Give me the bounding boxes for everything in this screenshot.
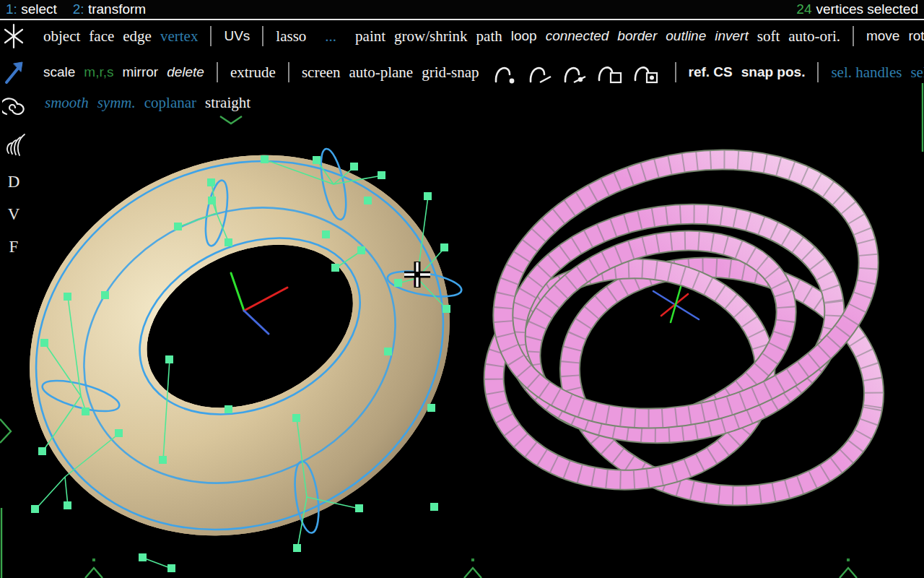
tool-face[interactable]: face: [89, 27, 114, 46]
top-chevron-marker[interactable]: [220, 116, 242, 124]
left-tool-column: D V F: [1, 23, 26, 255]
mode1-number: 1:: [6, 1, 17, 17]
bottom-chevron-1[interactable]: [85, 568, 103, 578]
tool-invert[interactable]: invert: [715, 28, 748, 44]
tool-paint[interactable]: paint: [355, 27, 385, 46]
tool-connected[interactable]: connected: [546, 28, 609, 44]
tool-edge[interactable]: edge: [123, 27, 152, 46]
snap-line-point-icon[interactable]: [560, 60, 588, 85]
axis-indicator-right: [653, 287, 699, 322]
tool-extrude[interactable]: extrude: [230, 64, 276, 82]
snap-line-icon[interactable]: [526, 60, 553, 85]
snap-point-icon[interactable]: [491, 60, 518, 85]
selection-count: 24: [796, 1, 811, 17]
selection-status: vertices selected: [816, 1, 918, 17]
tool-snap-pos[interactable]: snap pos.: [741, 64, 806, 80]
mode-tab-transform[interactable]: 2: transform: [73, 1, 146, 17]
tool-uvs[interactable]: UVs: [224, 28, 250, 44]
toolbar-divider: [853, 26, 854, 46]
tool-coplanar[interactable]: coplanar: [144, 94, 196, 112]
toolbar-row-1: object face edge vertex UVs lasso ... pa…: [43, 26, 924, 46]
left-diamond-marker[interactable]: [0, 419, 11, 443]
tool-sel-vertices[interactable]: sel. vertices: [910, 64, 924, 82]
toolbar-divider: [675, 62, 676, 82]
tool-auto-plane[interactable]: auto-plane: [349, 64, 414, 82]
top-bar: 1: select 2: transform 24 vertices selec…: [0, 0, 924, 20]
tool-ref-cs[interactable]: ref. CS: [689, 64, 733, 80]
tool-sel-handles[interactable]: sel. handles: [831, 64, 902, 82]
mode-tab-select[interactable]: 1: select: [6, 1, 57, 17]
snap-face-icon[interactable]: [595, 60, 624, 85]
toolbar-row-3: smooth symm. coplanar straight: [45, 94, 250, 112]
torus-object[interactable]: [0, 87, 513, 578]
ripple-icon[interactable]: [2, 131, 25, 158]
snap-face-point-icon[interactable]: [631, 60, 660, 85]
tool-move[interactable]: move: [866, 28, 899, 44]
tool-path[interactable]: path: [476, 27, 502, 46]
tool-symm[interactable]: symm.: [97, 94, 136, 112]
tool-lasso[interactable]: lasso: [276, 27, 306, 46]
tool-screen[interactable]: screen: [302, 64, 341, 82]
spiral-icon[interactable]: [2, 95, 25, 121]
tool-rotate[interactable]: rotate: [908, 28, 924, 44]
arrow-icon[interactable]: [2, 59, 25, 85]
tool-mrs[interactable]: m,r,s: [84, 64, 113, 80]
toolbar-divider: [288, 62, 289, 82]
tool-delete[interactable]: delete: [167, 64, 204, 80]
toolbar-divider: [217, 62, 218, 82]
toolbar-row-2: scale m,r,s mirror delete extrude screen…: [43, 60, 924, 85]
mode2-label: transform: [88, 1, 146, 17]
tool-object[interactable]: object: [43, 27, 80, 46]
toolbar-divider: [817, 62, 819, 82]
torus-knot-object[interactable]: [474, 121, 897, 519]
tool-grid-snap[interactable]: grid-snap: [422, 64, 479, 82]
tool-soft[interactable]: soft: [757, 27, 780, 46]
tool-straight[interactable]: straight: [205, 94, 250, 112]
bottom-chevron-3[interactable]: [840, 568, 857, 578]
axes-star-icon[interactable]: [2, 23, 25, 49]
toolbar-divider: [210, 26, 212, 46]
viewport-canvas[interactable]: [0, 0, 924, 578]
tool-grow-shrink[interactable]: grow/shrink: [394, 27, 468, 46]
sidebar-item-f[interactable]: F: [9, 238, 19, 255]
toolbar-divider: [262, 26, 263, 46]
tool-outline[interactable]: outline: [666, 28, 706, 44]
bottom-chevron-2[interactable]: [464, 568, 481, 578]
tool-auto-ori[interactable]: auto-ori.: [788, 27, 840, 46]
tool-scale[interactable]: scale: [43, 64, 75, 80]
sidebar-item-d[interactable]: D: [8, 173, 20, 190]
tool-more[interactable]: ...: [325, 27, 336, 46]
mode1-label: select: [21, 1, 57, 17]
tool-loop[interactable]: loop: [511, 28, 537, 44]
axis-indicator-left: [231, 273, 287, 334]
tool-border[interactable]: border: [617, 28, 657, 44]
tool-vertex[interactable]: vertex: [160, 27, 198, 46]
tool-smooth[interactable]: smooth: [45, 94, 89, 112]
sidebar-item-v[interactable]: V: [8, 206, 20, 223]
mode2-number: 2:: [73, 1, 84, 17]
tool-mirror[interactable]: mirror: [123, 64, 159, 80]
